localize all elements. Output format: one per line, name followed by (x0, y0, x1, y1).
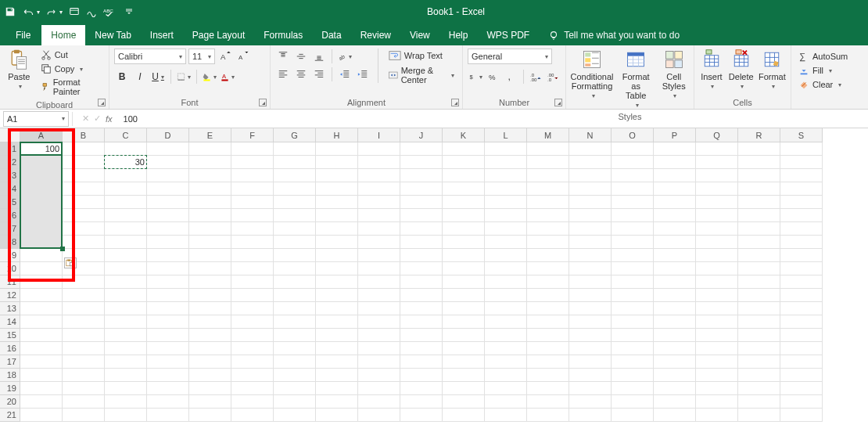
cell-N6[interactable] (569, 209, 612, 222)
cell-Q17[interactable] (696, 355, 738, 369)
cell-F12[interactable] (231, 289, 274, 302)
cell-L9[interactable] (485, 249, 527, 262)
cell-J17[interactable] (400, 355, 443, 369)
orientation-button[interactable]: ab▾ (337, 49, 353, 64)
col-header-D[interactable]: D (147, 128, 189, 142)
cell-H18[interactable] (316, 369, 358, 382)
cell-R1[interactable] (738, 142, 780, 156)
row-header-6[interactable]: 6 (0, 209, 20, 222)
cell-J13[interactable] (400, 302, 443, 315)
cell-H4[interactable] (316, 182, 358, 196)
cell-E18[interactable] (189, 369, 231, 382)
cell-O7[interactable] (612, 222, 654, 236)
cell-H20[interactable] (316, 395, 358, 409)
cell-O8[interactable] (612, 236, 654, 249)
cell-C9[interactable] (105, 249, 147, 262)
cell-E5[interactable] (189, 196, 231, 209)
cell-F8[interactable] (231, 236, 274, 249)
col-header-C[interactable]: C (105, 128, 147, 142)
row-header-1[interactable]: 1 (0, 142, 20, 156)
cell-S13[interactable] (780, 302, 823, 315)
cell-M15[interactable] (527, 329, 569, 342)
cell-D21[interactable] (147, 409, 189, 422)
cell-L18[interactable] (485, 369, 527, 382)
clear-button[interactable]: Clear▾ (796, 78, 844, 91)
cell-S5[interactable] (780, 196, 823, 209)
cell-R18[interactable] (738, 369, 780, 382)
row-header-19[interactable]: 19 (0, 382, 20, 395)
cell-G21[interactable] (274, 409, 316, 422)
cell-E13[interactable] (189, 302, 231, 315)
cell-N15[interactable] (569, 329, 612, 342)
cell-G14[interactable] (274, 315, 316, 329)
cell-C17[interactable] (105, 355, 147, 369)
cell-G7[interactable] (274, 222, 316, 236)
cell-P16[interactable] (654, 342, 696, 355)
cell-A18[interactable] (20, 369, 63, 382)
cell-P8[interactable] (654, 236, 696, 249)
cell-M7[interactable] (527, 222, 569, 236)
cell-C1[interactable] (105, 142, 147, 156)
cell-M3[interactable] (527, 169, 569, 182)
cell-H17[interactable] (316, 355, 358, 369)
cell-I10[interactable] (358, 262, 400, 275)
tab-insert[interactable]: Insert (141, 25, 183, 45)
cell-I1[interactable] (358, 142, 400, 156)
cell-O14[interactable] (612, 315, 654, 329)
cell-D14[interactable] (147, 315, 189, 329)
cell-I9[interactable] (358, 249, 400, 262)
cell-K13[interactable] (443, 302, 485, 315)
cell-J16[interactable] (400, 342, 443, 355)
cell-K15[interactable] (443, 329, 485, 342)
cell-Q10[interactable] (696, 262, 738, 275)
cell-F19[interactable] (231, 382, 274, 395)
cell-N13[interactable] (569, 302, 612, 315)
format-as-table-button[interactable]: Format asTable ▾ (618, 49, 654, 109)
cell-Q21[interactable] (696, 409, 738, 422)
col-header-O[interactable]: O (612, 128, 654, 142)
cell-E11[interactable] (189, 275, 231, 289)
cell-styles-button[interactable]: CellStyles ▾ (658, 49, 689, 99)
cell-G9[interactable] (274, 249, 316, 262)
autosum-button[interactable]: ∑ AutoSum (796, 50, 850, 63)
cell-K16[interactable] (443, 342, 485, 355)
cell-L10[interactable] (485, 262, 527, 275)
cell-C14[interactable] (105, 315, 147, 329)
number-launcher[interactable] (554, 99, 562, 106)
cell-E16[interactable] (189, 342, 231, 355)
cell-B3[interactable] (63, 169, 105, 182)
cell-M12[interactable] (527, 289, 569, 302)
cell-I18[interactable] (358, 369, 400, 382)
cell-N10[interactable] (569, 262, 612, 275)
cell-P2[interactable] (654, 156, 696, 169)
cell-C4[interactable] (105, 182, 147, 196)
cell-Q19[interactable] (696, 382, 738, 395)
cell-O3[interactable] (612, 169, 654, 182)
cell-L15[interactable] (485, 329, 527, 342)
cell-D8[interactable] (147, 236, 189, 249)
cell-F15[interactable] (231, 329, 274, 342)
col-header-L[interactable]: L (485, 128, 527, 142)
paste-options-icon[interactable] (64, 257, 77, 268)
cell-M19[interactable] (527, 382, 569, 395)
cell-M11[interactable] (527, 275, 569, 289)
col-header-I[interactable]: I (358, 128, 400, 142)
cell-I11[interactable] (358, 275, 400, 289)
redo-icon[interactable]: ▾ (46, 6, 63, 17)
clipboard-launcher[interactable] (98, 99, 106, 106)
cell-B13[interactable] (63, 302, 105, 315)
cell-B5[interactable] (63, 196, 105, 209)
cell-S15[interactable] (780, 329, 823, 342)
cell-F16[interactable] (231, 342, 274, 355)
cell-O18[interactable] (612, 369, 654, 382)
cell-O4[interactable] (612, 182, 654, 196)
row-header-14[interactable]: 14 (0, 315, 20, 329)
cell-B16[interactable] (63, 342, 105, 355)
cell-C11[interactable] (105, 275, 147, 289)
cell-Q2[interactable] (696, 156, 738, 169)
cell-O11[interactable] (612, 275, 654, 289)
cell-M14[interactable] (527, 315, 569, 329)
format-painter-button[interactable]: Format Painter (38, 77, 104, 97)
cell-L13[interactable] (485, 302, 527, 315)
cell-P12[interactable] (654, 289, 696, 302)
